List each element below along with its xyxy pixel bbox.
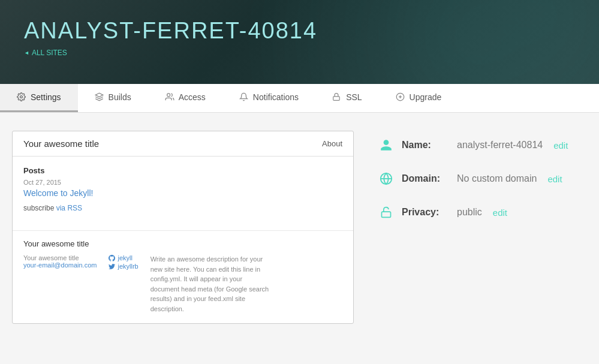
domain-info-row: Domain: No custom domain edit bbox=[378, 170, 581, 187]
tab-builds-label: Builds bbox=[109, 92, 131, 102]
unlock-icon bbox=[378, 204, 395, 221]
preview-footer-title: Your awesome title bbox=[23, 239, 342, 248]
github-link: jekyll bbox=[109, 254, 138, 261]
site-header: ANALYST-FERRET-40814 ALL SITES bbox=[0, 0, 599, 84]
tab-settings[interactable]: Settings bbox=[0, 84, 78, 112]
domain-edit-link[interactable]: edit bbox=[547, 174, 562, 184]
preview-post-link[interactable]: Welcome to Jekyll! bbox=[23, 188, 342, 198]
domain-value: No custom domain bbox=[457, 173, 537, 184]
privacy-value: public bbox=[457, 207, 482, 218]
bell-icon bbox=[239, 92, 249, 102]
site-title: ANALYST-FERRET-40814 bbox=[24, 18, 575, 44]
tab-access[interactable]: Access bbox=[148, 84, 222, 112]
preview-posts-heading: Posts bbox=[23, 166, 342, 175]
name-info-row: Name: analyst-ferret-40814 edit bbox=[378, 137, 581, 154]
site-preview-card: Your awesome title About Posts Oct 27, 2… bbox=[12, 131, 354, 324]
tab-builds[interactable]: Builds bbox=[78, 84, 148, 112]
tab-upgrade[interactable]: Upgrade bbox=[379, 84, 459, 112]
tab-settings-label: Settings bbox=[31, 92, 61, 102]
twitter-username: jekyllrb bbox=[118, 263, 138, 270]
preview-footer-col1: Your awesome title your-email@domain.com bbox=[23, 254, 97, 314]
footer-tagline: Your awesome title bbox=[23, 254, 97, 261]
preview-footer: Your awesome title Your awesome title yo… bbox=[13, 239, 353, 323]
person-icon bbox=[378, 137, 395, 154]
svg-rect-3 bbox=[333, 97, 340, 100]
github-username: jekyll bbox=[118, 254, 132, 261]
preview-divider bbox=[13, 230, 353, 231]
name-edit-link[interactable]: edit bbox=[553, 140, 568, 151]
preview-subscribe: subscribe via RSS bbox=[23, 204, 342, 212]
gear-icon bbox=[17, 92, 26, 102]
tab-access-label: Access bbox=[179, 92, 206, 102]
preview-header: Your awesome title About bbox=[13, 131, 353, 157]
tab-upgrade-label: Upgrade bbox=[410, 92, 442, 102]
name-label: Name: bbox=[402, 140, 450, 151]
tab-ssl-label: SSL bbox=[346, 92, 362, 102]
preview-nav-item: About bbox=[322, 139, 342, 148]
preview-site-title: Your awesome title bbox=[23, 139, 99, 149]
privacy-edit-link[interactable]: edit bbox=[493, 207, 507, 218]
svg-point-0 bbox=[20, 96, 23, 98]
twitter-icon bbox=[109, 263, 115, 270]
svg-point-2 bbox=[167, 94, 170, 97]
tab-notifications-label: Notifications bbox=[253, 92, 299, 102]
tab-notifications[interactable]: Notifications bbox=[222, 84, 315, 112]
privacy-label: Privacy: bbox=[402, 207, 450, 218]
name-value: analyst-ferret-40814 bbox=[457, 140, 543, 151]
footer-email: your-email@domain.com bbox=[23, 261, 97, 269]
preview-footer-description: Write an awesome description for your ne… bbox=[150, 254, 270, 314]
rss-link[interactable]: via RSS bbox=[56, 204, 82, 212]
preview-body: Posts Oct 27, 2015 Welcome to Jekyll! su… bbox=[13, 157, 353, 222]
preview-footer-grid: Your awesome title your-email@domain.com… bbox=[23, 254, 342, 314]
svg-marker-1 bbox=[95, 93, 103, 97]
back-to-all-sites-link[interactable]: ALL SITES bbox=[24, 49, 67, 57]
site-info-panel: Name: analyst-ferret-40814 edit Domain: … bbox=[378, 131, 581, 324]
lock-icon bbox=[332, 92, 342, 102]
preview-post-date: Oct 27, 2015 bbox=[23, 179, 342, 186]
privacy-info-row: Privacy: public edit bbox=[378, 204, 581, 221]
globe-icon bbox=[378, 170, 395, 187]
github-icon bbox=[109, 255, 115, 261]
people-icon bbox=[165, 92, 174, 102]
layers-icon bbox=[95, 92, 104, 102]
tab-ssl[interactable]: SSL bbox=[315, 84, 378, 112]
svg-rect-9 bbox=[382, 212, 391, 217]
plus-circle-icon bbox=[396, 92, 405, 102]
twitter-link: jekyllrb bbox=[109, 263, 138, 270]
nav-tabs: Settings Builds Access bbox=[0, 84, 599, 113]
main-content: Your awesome title About Posts Oct 27, 2… bbox=[0, 113, 599, 342]
preview-footer-col2: jekyll jekyllrb bbox=[109, 254, 138, 314]
domain-label: Domain: bbox=[402, 173, 450, 184]
